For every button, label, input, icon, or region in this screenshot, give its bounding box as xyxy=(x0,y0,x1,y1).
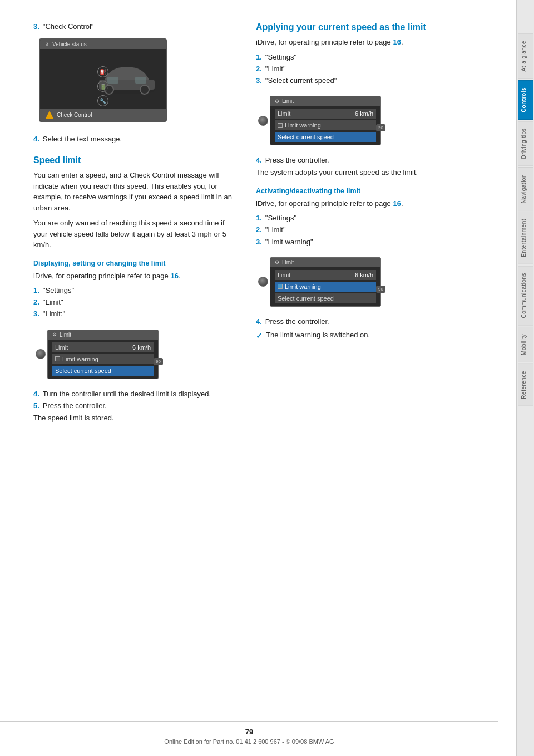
controller-left-1 xyxy=(35,337,46,371)
vehicle-screen-wrapper: 🖥 Vehicle status ⛽ 🔋 xyxy=(39,33,167,129)
right-limit-screen-title-1: Limit xyxy=(282,98,294,104)
page-container: 3. "Check Control" 🖥 Vehicle status xyxy=(0,0,534,756)
sidebar-tab-at-a-glance[interactable]: At a glance xyxy=(518,33,533,79)
warning-triangle-icon xyxy=(46,111,53,119)
checkbox-icon-1 xyxy=(55,356,60,361)
applying-steps: 1. "Settings" 2. "Limit" 3. "Select curr… xyxy=(256,52,462,86)
right-controller-left-1 xyxy=(258,104,269,138)
right-limit-icon-2: ⚙ xyxy=(275,259,279,265)
right-limit-screen-title-2: Limit xyxy=(282,259,294,266)
activating-step1: 1. "Settings" xyxy=(256,213,462,223)
displaying-idrive-ref: iDrive, for operating principle refer to… xyxy=(33,271,239,282)
right-select-speed-label-1: Select current speed xyxy=(278,134,334,140)
applying-step2-num: 2. xyxy=(256,64,262,74)
right-limit-icon-1: ⚙ xyxy=(275,99,279,104)
right-limit-menu-row3-highlighted: Select current speed xyxy=(275,132,376,142)
displaying-step3-num: 3. xyxy=(33,309,39,319)
limit-screen-topbar-1: ⚙ Limit xyxy=(48,330,158,340)
applying-result: The system adopts your current speed as … xyxy=(256,167,462,178)
speed-limit-section: Speed limit You can enter a speed, and a… xyxy=(33,155,239,251)
applying-step4-text: Press the controller. xyxy=(265,155,329,165)
right-limit-screen-topbar-1: ⚙ Limit xyxy=(270,96,380,106)
displaying-result: The speed limit is stored. xyxy=(33,413,239,424)
two-col-layout: 3. "Check Control" 🖥 Vehicle status xyxy=(33,22,494,428)
step4-number: 4. xyxy=(33,135,39,143)
displaying-subsection: Displaying, setting or changing the limi… xyxy=(33,259,239,424)
sidebar-tab-entertainment[interactable]: Entertainment xyxy=(518,212,533,264)
applying-step1-text: "Settings" xyxy=(265,52,296,62)
footer-text: Online Edition for Part no. 01 41 2 600 … xyxy=(0,738,498,745)
step3-text: "Check Control" xyxy=(43,22,94,31)
right-controller-left-2 xyxy=(258,265,269,298)
displaying-heading: Displaying, setting or changing the limi… xyxy=(33,259,239,267)
applying-step3-num: 3. xyxy=(256,76,262,86)
right-checkbox-icon-2 xyxy=(278,284,283,289)
activating-step3-text: "Limit warning" xyxy=(265,237,313,247)
limit-menu-row2: Limit warning xyxy=(52,354,154,364)
idrive-ref1-page-link[interactable]: 16 xyxy=(170,272,178,280)
applying-step2: 2. "Limit" xyxy=(256,64,462,74)
activating-step2: 2. "Limit" xyxy=(256,225,462,235)
warning-banner: Check Control xyxy=(40,109,166,121)
idrive-ref2-page[interactable]: 16 xyxy=(393,199,400,208)
sidebar-tab-driving-tips[interactable]: Driving tips xyxy=(518,121,533,166)
limit-warning-label-1: Limit warning xyxy=(55,356,98,362)
displaying-step1: 1. "Settings" xyxy=(33,286,239,296)
displaying-step2-text: "Limit" xyxy=(43,297,63,307)
activating-step3-num: 3. xyxy=(256,237,262,247)
sidebar-tab-mobility[interactable]: Mobility xyxy=(518,327,533,362)
screen-title: Vehicle status xyxy=(52,41,87,47)
main-content: 3. "Check Control" 🖥 Vehicle status xyxy=(0,0,516,756)
activating-idrive-ref: iDrive, for operating principle refer to… xyxy=(256,198,462,209)
limit-screen-title-1: Limit xyxy=(60,332,71,338)
right-limit-label-2: Limit xyxy=(278,272,290,278)
limit-menu-row1: Limit 6 km/h xyxy=(52,342,154,352)
sidebar: At a glance Controls Driving tips Naviga… xyxy=(516,0,534,756)
right-limit-menu-items-2: Limit 6 km/h Limit warning Select curren… xyxy=(270,267,380,306)
right-limit-menu-row2-1: Limit 6 km/h xyxy=(275,270,376,280)
right-limit-screen-wrapper-2: ⚙ Limit Limit 6 km/h Limit warning xyxy=(270,257,381,307)
sidebar-tab-reference[interactable]: Reference xyxy=(518,364,533,406)
warning-text: Check Control xyxy=(57,112,92,118)
sidebar-tab-controls[interactable]: Controls xyxy=(518,80,533,120)
icon-item-3: 🔧 xyxy=(97,95,108,106)
applying-step4-num: 4. xyxy=(256,155,262,165)
right-screen-badge-2: 90 xyxy=(376,286,385,293)
sidebar-tab-navigation[interactable]: Navigation xyxy=(518,167,533,210)
right-limit-screen-topbar-2: ⚙ Limit xyxy=(270,258,380,267)
limit-screen-wrapper-1: ⚙ Limit Limit 6 km/h Limit warning xyxy=(47,330,159,379)
displaying-step5-text: Press the controller. xyxy=(43,401,107,411)
activating-result-text: The limit warning is switched on. xyxy=(266,330,370,340)
right-limit-value-1: 6 km/h xyxy=(355,110,373,117)
sidebar-tab-communications[interactable]: Communications xyxy=(518,266,533,325)
activating-steps: 1. "Settings" 2. "Limit" 3. "Limit warni… xyxy=(256,213,462,247)
idrive-ref1-right-page[interactable]: 16 xyxy=(393,38,400,46)
right-screen-badge-1: 90 xyxy=(376,124,385,131)
limit-menu-items-1: Limit 6 km/h Limit warning Select curren… xyxy=(48,340,158,379)
activating-step4-text: Press the controller. xyxy=(265,317,329,327)
page-number: 79 xyxy=(0,728,498,736)
right-limit-warning-label-2: Limit warning xyxy=(278,283,321,290)
activating-step2-text: "Limit" xyxy=(265,225,286,235)
right-controller-knob-2 xyxy=(258,277,268,287)
activating-step4-num: 4. xyxy=(256,317,262,327)
right-limit-menu-screen-1: ⚙ Limit Limit 6 km/h Limit warning xyxy=(270,96,381,145)
displaying-step4: 4. Turn the controller until the desired… xyxy=(33,389,239,399)
displaying-step1-text: "Settings" xyxy=(43,286,74,296)
car-illustration-area: ⛽ 🔋 🔧 xyxy=(40,52,166,110)
applying-step1: 1. "Settings" xyxy=(256,52,462,62)
speed-limit-heading: Speed limit xyxy=(33,155,239,165)
screen-badge-1: 90 xyxy=(154,358,163,365)
displaying-step4-text: Turn the controller until the desired li… xyxy=(43,389,211,399)
controller-knob-1 xyxy=(36,349,46,359)
service-icon: 🔧 xyxy=(97,95,108,106)
screen-top-bar: 🖥 Vehicle status xyxy=(40,40,166,49)
speed-limit-body1: You can enter a speed, and a Check Contr… xyxy=(33,170,239,213)
applying-step3: 3. "Select current speed" xyxy=(256,76,462,86)
step3-number: 3. xyxy=(33,22,39,31)
displaying-step4-num: 4. xyxy=(33,389,39,399)
right-limit-menu-row2-3: Select current speed xyxy=(275,293,376,303)
activating-heading: Activating/deactivating the limit xyxy=(256,187,462,195)
applying-heading: Applying your current speed as the limit xyxy=(256,22,462,32)
step3-line: 3. "Check Control" xyxy=(33,22,239,31)
